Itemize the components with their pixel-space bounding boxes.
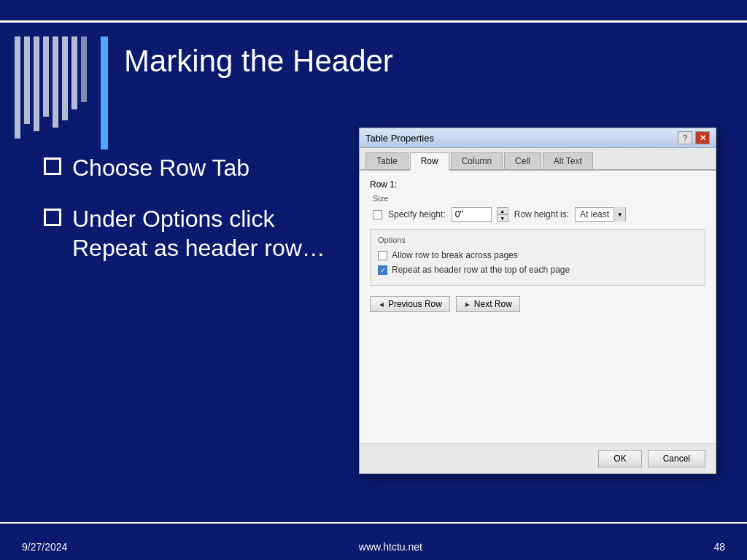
prev-row-label: Previous Row xyxy=(388,299,442,309)
table-properties-dialog: Table Properties ? ✕ Table Row Column Ce… xyxy=(359,128,716,474)
navigation-buttons: ◄ Previous Row ► Next Row xyxy=(370,296,705,312)
top-decorative-line xyxy=(0,20,747,23)
next-row-label: Next Row xyxy=(474,299,512,309)
slide-title: Marking the Header xyxy=(124,44,393,79)
dialog-content: Row 1: Size Specify height: 0" ▲ ▼ Row h… xyxy=(360,171,716,443)
options-title: Options xyxy=(378,236,697,244)
ok-cancel-row: OK Cancel xyxy=(360,443,716,473)
spinner-down[interactable]: ▼ xyxy=(497,214,508,222)
tab-table[interactable]: Table xyxy=(365,152,409,169)
dropdown-arrow-icon[interactable]: ▼ xyxy=(614,207,625,222)
previous-row-button[interactable]: ◄ Previous Row xyxy=(370,296,450,312)
bullet-text-1: Choose Row Tab xyxy=(72,153,249,182)
repeat-header-label: Repeat as header row at the top of each … xyxy=(392,265,570,275)
next-row-button[interactable]: ► Next Row xyxy=(456,296,520,312)
row-height-value: At least xyxy=(576,209,614,219)
dialog-help-button[interactable]: ? xyxy=(678,131,692,144)
footer-page: 48 xyxy=(713,541,725,553)
tab-alt-text[interactable]: Alt Text xyxy=(543,152,593,169)
repeat-header-checkbox[interactable]: ✓ xyxy=(378,265,387,275)
bullet-item-2: Under Options click Repeat as header row… xyxy=(44,204,350,262)
dialog-tabs: Table Row Column Cell Alt Text xyxy=(360,148,716,171)
dialog-controls: ? ✕ xyxy=(678,131,710,144)
footer-date: 9/27/2024 xyxy=(22,541,67,553)
bullet-list: Choose Row Tab Under Options click Repea… xyxy=(44,153,350,284)
cancel-button[interactable]: Cancel xyxy=(648,450,705,467)
dialog-close-button[interactable]: ✕ xyxy=(695,131,710,144)
dialog-titlebar: Table Properties ? ✕ xyxy=(360,128,716,148)
option-row-2: ✓ Repeat as header row at the top of eac… xyxy=(378,265,697,275)
tab-row[interactable]: Row xyxy=(410,152,449,171)
ok-button[interactable]: OK xyxy=(598,450,641,467)
spinner-up[interactable]: ▲ xyxy=(497,207,508,214)
bottom-decorative-line xyxy=(0,522,747,524)
allow-break-checkbox[interactable] xyxy=(378,251,387,260)
height-value: 0" xyxy=(455,209,463,219)
specify-height-label: Specify height: xyxy=(388,209,446,219)
row-label: Row 1: xyxy=(370,179,705,190)
blue-accent-bar xyxy=(101,36,108,149)
size-row: Specify height: 0" ▲ ▼ Row height is: At… xyxy=(373,207,705,222)
row-height-dropdown[interactable]: At least ▼ xyxy=(575,207,626,222)
left-decorative-bars xyxy=(15,36,87,153)
allow-break-label: Allow row to break across pages xyxy=(392,250,518,260)
specify-height-checkbox[interactable] xyxy=(373,210,382,219)
height-input[interactable]: 0" xyxy=(452,207,492,222)
empty-area xyxy=(370,318,705,435)
bullet-text-2: Under Options click Repeat as header row… xyxy=(72,204,350,262)
dialog-title: Table Properties xyxy=(365,133,434,144)
size-section-label: Size xyxy=(373,194,705,203)
bullet-item-1: Choose Row Tab xyxy=(44,153,350,182)
footer-website: www.htctu.net xyxy=(359,541,422,553)
prev-arrow-icon: ◄ xyxy=(378,300,385,308)
bullet-checkbox-1 xyxy=(44,158,61,175)
tab-cell[interactable]: Cell xyxy=(504,152,541,169)
height-spinner[interactable]: ▲ ▼ xyxy=(497,207,508,222)
bullet-checkbox-2 xyxy=(44,209,61,226)
footer: 9/27/2024 www.htctu.net 48 xyxy=(0,541,747,553)
options-section: Options Allow row to break across pages … xyxy=(370,229,705,286)
row-height-is-label: Row height is: xyxy=(514,209,569,219)
next-arrow-icon: ► xyxy=(464,300,471,308)
option-row-1: Allow row to break across pages xyxy=(378,250,697,260)
tab-column[interactable]: Column xyxy=(451,152,503,169)
